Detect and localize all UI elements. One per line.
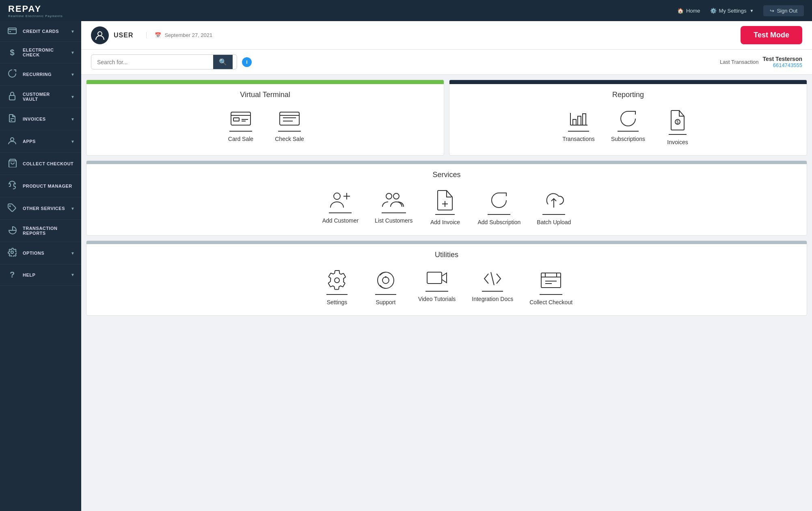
top-nav-right: 🏠 Home ⚙️ My Settings ▼ ↪ Sign Out: [677, 5, 804, 16]
tag-icon: [6, 203, 18, 214]
check-sale-item[interactable]: Check Sale: [273, 110, 306, 142]
sidebar-item-transaction-reports[interactable]: TRANSACTION REPORTS: [0, 220, 81, 242]
collect-checkout-icon-wrapper: [540, 270, 562, 295]
subscriptions-icon-wrapper: [618, 110, 639, 132]
sidebar-item-help[interactable]: ? HELP ▼: [0, 264, 81, 286]
transactions-item[interactable]: Transactions: [562, 110, 595, 145]
support-item[interactable]: Support: [369, 270, 402, 305]
chevron-down-icon: ▼: [71, 117, 75, 121]
headset-icon: [6, 181, 18, 191]
info-icon[interactable]: i: [242, 57, 252, 67]
svg-rect-23: [578, 116, 581, 125]
collect-checkout-util-label: Collect Checkout: [529, 299, 572, 305]
sidebar-label-credit-cards: CREDIT CARDS: [23, 29, 66, 34]
integration-docs-label: Integration Docs: [472, 296, 513, 302]
add-invoice-item[interactable]: Add Invoice: [429, 190, 461, 225]
top-panels-row: Virtual Terminal: [86, 80, 807, 156]
sign-out-button[interactable]: ↪ Sign Out: [763, 5, 804, 16]
batch-upload-item[interactable]: Batch Upload: [537, 190, 571, 225]
invoices-report-label: Invoices: [667, 139, 688, 145]
sidebar-item-collect-checkout[interactable]: COLLECT CHECKOUT: [0, 153, 81, 175]
reporting-panel: Reporting: [449, 80, 807, 156]
virtual-terminal-title: Virtual Terminal: [86, 84, 444, 103]
services-divider: [86, 161, 807, 164]
add-invoice-label: Add Invoice: [430, 219, 460, 225]
chevron-down-icon: ▼: [71, 206, 75, 211]
svg-point-38: [378, 272, 394, 288]
recurring-icon: [6, 69, 18, 80]
support-label: Support: [376, 299, 395, 305]
sidebar-item-product-manager[interactable]: PRODUCT MANAGER: [0, 175, 81, 197]
services-grid: Add Customer List Custome: [86, 183, 807, 235]
batch-upload-icon-wrapper: [542, 190, 565, 215]
subscriptions-label: Subscriptions: [611, 136, 645, 142]
sidebar-item-recurring[interactable]: RECURRING ▼: [0, 63, 81, 86]
logo-text: REPAY: [8, 4, 63, 14]
last-transaction-phone: 6614743555: [773, 62, 802, 68]
test-mode-button[interactable]: Test Mode: [741, 26, 802, 44]
subscriptions-item[interactable]: Subscriptions: [611, 110, 645, 145]
list-customers-item[interactable]: List Customers: [375, 190, 412, 225]
add-subscription-label: Add Subscription: [477, 219, 520, 225]
sidebar-item-credit-cards[interactable]: CREDIT CARDS ▼: [0, 21, 81, 42]
dollar-icon: $: [6, 48, 18, 57]
svg-point-40: [385, 276, 387, 278]
search-input[interactable]: [91, 56, 213, 69]
svg-rect-16: [280, 112, 299, 125]
chevron-down-icon: ▼: [71, 29, 75, 34]
sidebar-item-electronic-check[interactable]: $ ELECTRONIC CHECK ▼: [0, 42, 81, 63]
logo: REPAY Realtime Electronic Payments: [8, 4, 63, 18]
home-link[interactable]: 🏠 Home: [677, 8, 700, 14]
gear-icon: ⚙️: [710, 8, 717, 14]
support-icon-wrapper: [375, 270, 396, 295]
chevron-down-icon: ▼: [750, 9, 754, 13]
sidebar-item-customer-vault[interactable]: CUSTOMER VAULT ▼: [0, 86, 81, 108]
cart-icon: [6, 158, 18, 169]
last-transaction-label: Last Transaction: [720, 59, 758, 65]
home-label: Home: [686, 8, 700, 14]
settings-item[interactable]: Settings: [321, 270, 353, 305]
transactions-icon-wrapper: [568, 110, 589, 132]
sidebar-item-apps[interactable]: APPS ▼: [0, 130, 81, 153]
sidebar-label-transaction-reports: TRANSACTION REPORTS: [23, 226, 75, 236]
card-sale-item[interactable]: Card Sale: [225, 110, 257, 142]
chevron-down-icon: ▼: [71, 72, 75, 77]
video-tutorials-item[interactable]: Video Tutorials: [418, 270, 456, 305]
chevron-down-icon: ▼: [71, 95, 75, 99]
invoices-report-item[interactable]: $ Invoices: [661, 110, 694, 145]
apps-icon: [6, 136, 18, 147]
pie-chart-icon: [6, 225, 18, 236]
sidebar-item-other-services[interactable]: OTHER SERVICES ▼: [0, 197, 81, 220]
search-button[interactable]: 🔍: [213, 55, 233, 69]
settings-link[interactable]: ⚙️ My Settings ▼: [710, 8, 754, 14]
sidebar-item-invoices[interactable]: INVOICES ▼: [0, 108, 81, 130]
date-area: 📅 September 27, 2021: [146, 32, 212, 38]
sidebar-label-electronic-check: ELECTRONIC CHECK: [23, 48, 66, 57]
svg-rect-43: [541, 273, 561, 288]
utilities-panel: Utilities Settings: [86, 240, 807, 316]
logo-subtitle: Realtime Electronic Payments: [8, 14, 63, 18]
add-subscription-item[interactable]: Add Subscription: [477, 190, 520, 225]
invoices-report-icon-wrapper: $: [669, 110, 687, 135]
main-content: USER 📅 September 27, 2021 Test Mode 🔍 i …: [81, 21, 812, 511]
svg-line-42: [491, 272, 494, 285]
search-bar: 🔍 i Last Transaction Test Testerson 6614…: [81, 50, 812, 75]
integration-docs-item[interactable]: Integration Docs: [472, 270, 513, 305]
sidebar-item-options[interactable]: OPTIONS ▼: [0, 242, 81, 264]
svg-point-10: [98, 32, 102, 36]
user-name: USER: [114, 32, 133, 39]
svg-point-37: [335, 278, 339, 283]
virtual-terminal-grid: Card Sale Check Sale: [86, 103, 444, 152]
collect-checkout-util-item[interactable]: Collect Checkout: [529, 270, 572, 305]
svg-rect-0: [8, 28, 16, 34]
add-customer-item[interactable]: Add Customer: [322, 190, 358, 225]
sidebar-label-invoices: INVOICES: [23, 117, 66, 121]
vt-green-bar: [86, 80, 444, 84]
last-transaction-name: Test Testerson: [762, 56, 802, 62]
chevron-down-icon: ▼: [71, 273, 75, 277]
add-subscription-icon-wrapper: [488, 190, 510, 215]
svg-text:$: $: [676, 120, 679, 124]
card-sale-label: Card Sale: [228, 136, 253, 142]
list-customers-label: List Customers: [375, 217, 412, 224]
add-invoice-icon-wrapper: [435, 190, 455, 215]
